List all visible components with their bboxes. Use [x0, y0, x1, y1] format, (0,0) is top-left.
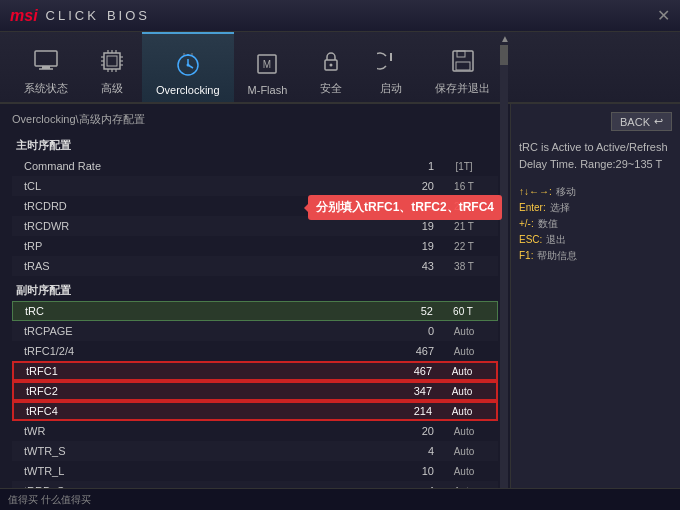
scrollbar[interactable]: ▲ ▼ — [500, 45, 508, 500]
sub-timing-section: 副时序配置 tRC 52 60 T tRCPAGE 0 Auto tRFC1/2… — [12, 280, 498, 510]
svg-rect-3 — [104, 53, 120, 69]
nav-label-mflash: M-Flash — [248, 84, 288, 96]
key-desc-plusminus: 数值 — [538, 216, 558, 232]
table-row-trc[interactable]: tRC 52 60 T — [12, 301, 498, 321]
row-val2-trcdwr: 21 T — [434, 221, 494, 232]
row-val2-twtrs: Auto — [434, 446, 494, 457]
table-row[interactable]: tCL 20 16 T — [12, 176, 498, 196]
row-val1-trp: 19 — [384, 240, 434, 252]
nav-label-advanced: 高级 — [101, 81, 123, 96]
back-button-container: BACK ↩ — [519, 112, 672, 131]
svg-rect-0 — [35, 51, 57, 66]
table-row-twr[interactable]: tWR 20 Auto — [12, 421, 498, 441]
row-val2-trfc1: Auto — [432, 366, 492, 377]
row-name-trfc4: tRFC4 — [18, 405, 382, 417]
back-label: BACK — [620, 116, 650, 128]
row-val2-twtrl: Auto — [434, 466, 494, 477]
title-bar-left: msi CLICK BIOS — [10, 7, 150, 25]
save-icon — [447, 45, 479, 77]
left-panel: Overclocking\高级内存配置 主时序配置 Command Rate 1… — [0, 104, 510, 510]
main-timing-title: 主时序配置 — [12, 135, 498, 156]
nav-item-overclocking[interactable]: Overclocking — [142, 32, 234, 102]
row-val2-command-rate: [1T] — [434, 161, 494, 172]
row-name-trcpage: tRCPAGE — [16, 325, 384, 337]
table-row-twtrl[interactable]: tWTR_L 10 Auto — [12, 461, 498, 481]
svg-point-27 — [330, 64, 333, 67]
key-desc-esc: 退出 — [546, 232, 566, 248]
row-name-tras: tRAS — [16, 260, 384, 272]
nav-item-system[interactable]: 系统状态 — [10, 32, 82, 102]
nav-item-security[interactable]: 安全 — [301, 32, 361, 102]
row-name-twr: tWR — [16, 425, 384, 437]
cpu-icon — [96, 45, 128, 77]
key-desc-move: 移动 — [556, 184, 576, 200]
row-name-trfc1: tRFC1 — [18, 365, 382, 377]
row-val2-trp: 22 T — [434, 241, 494, 252]
row-val1-tcl: 20 — [384, 180, 434, 192]
key-item-f1: F1: 帮助信息 — [519, 248, 672, 264]
key-item-plusminus: +/-: 数值 — [519, 216, 672, 232]
monitor-icon — [30, 45, 62, 77]
row-val1-trfc124: 467 — [384, 345, 434, 357]
key-desc-f1: 帮助信息 — [537, 248, 577, 264]
row-val2-trfc2: Auto — [432, 386, 492, 397]
scroll-up-arrow[interactable]: ▲ — [500, 33, 510, 44]
row-name-twtrs: tWTR_S — [16, 445, 384, 457]
row-val1-trfc2: 347 — [382, 385, 432, 397]
right-panel: BACK ↩ tRC is Active to Active/Refresh D… — [510, 104, 680, 510]
svg-text:M: M — [263, 59, 271, 70]
table-row[interactable]: tRAS 43 38 T — [12, 256, 498, 276]
row-val1-trcpage: 0 — [384, 325, 434, 337]
table-row-trfc4[interactable]: tRFC4 214 Auto — [12, 401, 498, 421]
table-row-trfc2[interactable]: tRFC2 347 Auto — [12, 381, 498, 401]
row-val2-trcpage: Auto — [434, 326, 494, 337]
table-row-trfc1[interactable]: tRFC1 467 Auto — [12, 361, 498, 381]
clock-icon — [172, 48, 204, 80]
row-name-twtrl: tWTR_L — [16, 465, 384, 477]
bottom-bar: 值得买 什么值得买 — [0, 488, 680, 510]
row-name-trcdwr: tRCDWR — [16, 220, 384, 232]
back-arrow-icon: ↩ — [654, 115, 663, 128]
table-row-twtrs[interactable]: tWTR_S 4 Auto — [12, 441, 498, 461]
key-item-move: ↑↓←→: 移动 — [519, 184, 672, 200]
back-button[interactable]: BACK ↩ — [611, 112, 672, 131]
key-item-enter: Enter: 选择 — [519, 200, 672, 216]
row-name-trfc124: tRFC1/2/4 — [16, 345, 384, 357]
key-label-f1: F1: — [519, 248, 533, 264]
flash-icon: M — [251, 48, 283, 80]
bottom-text: 值得买 什么值得买 — [8, 493, 91, 507]
lock-icon — [315, 45, 347, 77]
row-val1-trc: 52 — [383, 305, 433, 317]
nav-item-advanced[interactable]: 高级 — [82, 32, 142, 102]
key-label-move: ↑↓←→: — [519, 184, 552, 200]
nav-item-boot[interactable]: 启动 — [361, 32, 421, 102]
row-val2-trfc124: Auto — [434, 346, 494, 357]
nav-label-security: 安全 — [320, 81, 342, 96]
scroll-thumb[interactable] — [500, 45, 508, 65]
row-name-trfc2: tRFC2 — [18, 385, 382, 397]
svg-point-20 — [186, 64, 189, 67]
row-val1-twr: 20 — [384, 425, 434, 437]
title-click: CLICK — [46, 8, 99, 23]
nav-label-save: 保存并退出 — [435, 81, 490, 96]
table-row[interactable]: Command Rate 1 [1T] — [12, 156, 498, 176]
row-val1-twtrs: 4 — [384, 445, 434, 457]
msi-logo: msi — [10, 7, 38, 25]
title-bios: BIOS — [107, 8, 150, 23]
nav-label-overclocking: Overclocking — [156, 84, 220, 96]
nav-label-system: 系统状态 — [24, 81, 68, 96]
svg-rect-30 — [456, 62, 470, 70]
close-button[interactable]: ✕ — [657, 6, 670, 25]
nav-item-save[interactable]: 保存并退出 — [421, 32, 504, 102]
table-row[interactable]: tRP 19 22 T — [12, 236, 498, 256]
keys-help: ↑↓←→: 移动 Enter: 选择 +/-: 数值 ESC: 退出 F1: 帮… — [519, 184, 672, 264]
nav-item-mflash[interactable]: M M-Flash — [234, 32, 302, 102]
key-label-enter: Enter: — [519, 200, 546, 216]
key-item-esc: ESC: 退出 — [519, 232, 672, 248]
row-val1-trfc1: 467 — [382, 365, 432, 377]
breadcrumb: Overclocking\高级内存配置 — [12, 112, 498, 127]
row-val1-command-rate: 1 — [384, 160, 434, 172]
key-desc-enter: 选择 — [550, 200, 570, 216]
table-row-trfc124[interactable]: tRFC1/2/4 467 Auto — [12, 341, 498, 361]
table-row-trcpage[interactable]: tRCPAGE 0 Auto — [12, 321, 498, 341]
